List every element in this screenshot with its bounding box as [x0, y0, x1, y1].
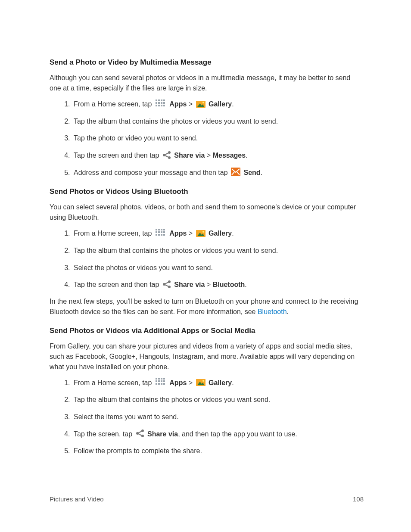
share-icon	[135, 429, 145, 438]
footer-page-number: 108	[353, 495, 364, 503]
section1-step3: Tap the photo or video you want to send.	[72, 133, 364, 144]
svg-rect-29	[156, 234, 157, 236]
svg-point-14	[202, 102, 204, 103]
svg-rect-1	[158, 100, 160, 101]
section1-step2: Tap the album that contains the photos o…	[72, 116, 364, 127]
svg-line-18	[165, 153, 168, 155]
svg-rect-3	[163, 100, 165, 101]
section1-title: Send a Photo or Video by Multimedia Mess…	[50, 58, 364, 67]
svg-rect-49	[156, 383, 157, 385]
section2-intro: You can select several photos, videos, o…	[50, 202, 364, 223]
section2-title: Send Photos or Videos Using Bluetooth	[50, 187, 364, 196]
footer-left: Pictures and Video	[50, 495, 104, 503]
share-icon	[162, 151, 171, 159]
section2-outro: In the next few steps, you'll be asked t…	[50, 296, 364, 317]
apps-icon	[155, 228, 167, 238]
section3-step5: Follow the prompts to complete the share…	[72, 445, 364, 457]
section1-steps: From a Home screen, tap Apps >	[50, 99, 364, 178]
section3-step4: Tap the screen, tap Share via, and then …	[72, 429, 364, 440]
svg-rect-45	[156, 380, 157, 382]
svg-rect-9	[158, 105, 160, 106]
svg-point-35	[202, 231, 204, 233]
section2-step2: Tap the album that contains the photos o…	[72, 245, 364, 256]
section1-step1: From a Home screen, tap Apps >	[72, 99, 364, 110]
svg-rect-10	[161, 105, 162, 106]
svg-rect-51	[161, 383, 162, 385]
gallery-icon	[196, 99, 206, 109]
svg-rect-48	[163, 380, 165, 382]
apps-icon	[155, 377, 167, 387]
share-icon	[162, 280, 171, 289]
section3-step2: Tap the album that contains the photos o…	[72, 394, 364, 405]
svg-rect-28	[163, 231, 165, 233]
gallery-icon	[196, 228, 206, 238]
svg-point-55	[202, 380, 204, 382]
section2-step1: From a Home screen, tap Apps >	[72, 228, 364, 239]
svg-line-19	[165, 156, 168, 157]
section3-step1: From a Home screen, tap Apps >	[72, 377, 364, 389]
svg-rect-26	[158, 231, 160, 233]
svg-rect-32	[163, 234, 165, 236]
section3-steps: From a Home screen, tap Apps >	[50, 377, 364, 457]
svg-rect-23	[161, 229, 162, 230]
svg-line-59	[138, 431, 142, 433]
svg-rect-46	[158, 380, 160, 382]
section2-step4: Tap the screen and then tap Share via > …	[72, 279, 364, 290]
svg-rect-31	[161, 234, 162, 236]
section1-intro: Although you can send several photos or …	[50, 73, 364, 93]
svg-rect-5	[158, 102, 160, 104]
svg-rect-2	[161, 100, 162, 101]
svg-rect-43	[161, 378, 162, 380]
send-icon	[230, 167, 241, 177]
section2-step3: Select the photos or videos you want to …	[72, 262, 364, 274]
section3-title: Send Photos or Videos via Additional App…	[50, 327, 364, 335]
section3-step3: Select the items you want to send.	[72, 411, 364, 423]
section3-intro: From Gallery, you can share your picture…	[50, 341, 364, 372]
svg-rect-50	[158, 383, 160, 385]
svg-rect-30	[158, 234, 160, 236]
svg-rect-8	[156, 105, 157, 106]
apps-icon	[155, 99, 167, 109]
svg-line-40	[165, 285, 168, 286]
svg-rect-52	[163, 383, 165, 385]
section1-step5: Address and compose your message and the…	[72, 167, 364, 178]
svg-line-39	[165, 282, 168, 284]
gallery-icon	[196, 377, 206, 387]
svg-rect-25	[156, 231, 157, 233]
svg-rect-47	[161, 380, 162, 382]
svg-rect-22	[158, 229, 160, 230]
svg-rect-0	[156, 100, 157, 101]
svg-rect-24	[163, 229, 165, 230]
svg-rect-27	[161, 231, 162, 233]
bluetooth-link[interactable]: Bluetooth	[258, 308, 287, 315]
svg-rect-7	[163, 102, 165, 104]
svg-rect-6	[161, 102, 162, 104]
section2-steps: From a Home screen, tap Apps >	[50, 228, 364, 290]
svg-rect-44	[163, 378, 165, 380]
svg-rect-42	[158, 378, 160, 380]
svg-rect-4	[156, 102, 157, 104]
svg-line-60	[138, 434, 142, 436]
svg-rect-11	[163, 105, 165, 106]
section1-step4: Tap the screen and then tap Share via > …	[72, 150, 364, 161]
page-footer: Pictures and Video 108	[50, 495, 364, 503]
svg-rect-41	[156, 378, 157, 380]
svg-rect-21	[156, 229, 157, 230]
